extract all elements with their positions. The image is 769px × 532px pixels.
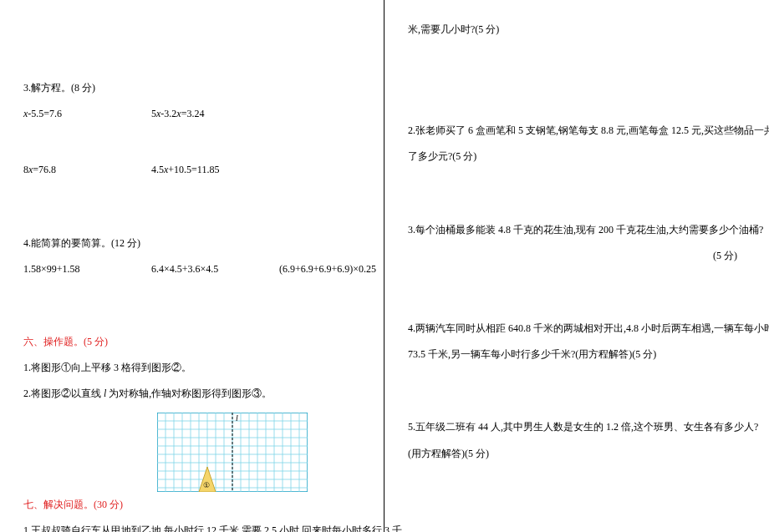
q3-eq2a-post: =76.8 xyxy=(33,157,56,183)
s6-2-post: 为对称轴,作轴对称图形得到图形③。 xyxy=(106,388,272,399)
q3-eq2b-pre: 4.5 xyxy=(151,157,164,183)
r2: 2.张老师买了 6 盒画笔和 5 支钢笔,钢笔每支 8.8 元,画笔每盒 12.… xyxy=(408,118,746,144)
r3: 3.每个油桶最多能装 4.8 千克的花生油,现有 200 千克花生油,大约需要多… xyxy=(408,217,746,243)
q3-eq1b-end: =3.24 xyxy=(181,101,205,127)
r2b: 了多少元?(5 分) xyxy=(408,144,746,170)
grid-label-one: ① xyxy=(203,481,210,489)
section7-title: 七、解决问题。(30 分) xyxy=(23,492,360,518)
q3-row2: 8x=76.8 4.5x+10.5=11.85 xyxy=(23,157,360,183)
grid-svg: l ① xyxy=(157,413,308,492)
s7-item1: 1.王叔叔骑自行车从甲地到乙地,每小时行 12 千米,需要 2.5 小时,回来时… xyxy=(23,518,360,532)
right-column: 米,需要几小时?(5 分) 2.张老师买了 6 盒画笔和 5 支钢笔,钢笔每支 … xyxy=(384,0,769,532)
q3-eq1a-rest: -5.5=7.6 xyxy=(28,101,62,127)
s6-2-pre: 2.将图形②以直线 xyxy=(23,388,104,399)
r5b: (用方程解答)(5 分) xyxy=(408,441,746,467)
r4b: 73.5 千米,另一辆车每小时行多少千米?(用方程解答)(5 分) xyxy=(408,342,746,367)
q3-eq2b-post: +10.5=11.85 xyxy=(168,157,219,183)
r3b: (5 分) xyxy=(408,243,746,269)
q4-a: 1.58×99+1.58 xyxy=(23,256,149,282)
q4-row: 1.58×99+1.58 6.4×4.5+3.6×4.5 (6.9+6.9+6.… xyxy=(23,256,360,282)
q3-row1: x-5.5=7.6 5x-3.2x=3.24 xyxy=(23,101,360,127)
q4-b: 6.4×4.5+3.6×4.5 xyxy=(151,256,277,282)
s6-item2: 2.将图形②以直线 l 为对称轴,作轴对称图形得到图形③。 xyxy=(23,381,360,407)
s6-item1: 1.将图形①向上平移 3 格得到图形②。 xyxy=(23,355,360,381)
q3-title: 3.解方程。(8 分) xyxy=(23,75,360,101)
grid-figure: l ① xyxy=(157,413,360,492)
r4: 4.两辆汽车同时从相距 640.8 千米的两城相对开出,4.8 小时后两车相遇,… xyxy=(408,316,746,342)
r5: 5.五年级二班有 44 人,其中男生人数是女生的 1.2 倍,这个班男、女生各有… xyxy=(408,414,746,440)
q3-eq1b-post: -3.2 xyxy=(160,101,176,127)
q4-title: 4.能简算的要简算。(12 分) xyxy=(23,231,360,256)
left-column: 3.解方程。(8 分) x-5.5=7.6 5x-3.2x=3.24 8x=76… xyxy=(0,0,384,532)
r1-cont: 米,需要几小时?(5 分) xyxy=(408,17,746,43)
section6-title: 六、操作题。(5 分) xyxy=(23,329,360,355)
grid-label-l: l xyxy=(236,413,238,423)
